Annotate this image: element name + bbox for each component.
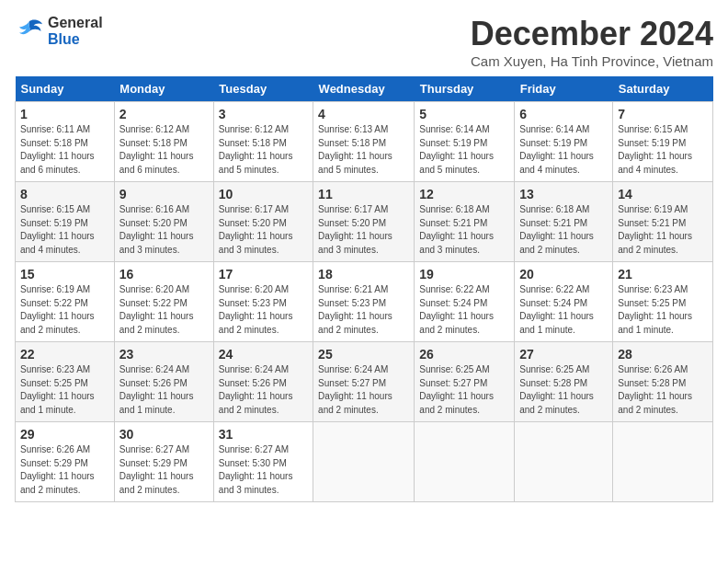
calendar-week-row: 22 Sunrise: 6:23 AMSunset: 5:25 PMDaylig… xyxy=(16,342,713,422)
calendar-cell: 7 Sunrise: 6:15 AMSunset: 5:19 PMDayligh… xyxy=(613,102,713,182)
calendar-week-row: 8 Sunrise: 6:15 AMSunset: 5:19 PMDayligh… xyxy=(16,182,713,262)
day-info: Sunrise: 6:12 AMSunset: 5:18 PMDaylight:… xyxy=(219,124,293,175)
day-info: Sunrise: 6:24 AMSunset: 5:27 PMDaylight:… xyxy=(318,364,392,415)
calendar-cell: 19 Sunrise: 6:22 AMSunset: 5:24 PMDaylig… xyxy=(415,262,515,342)
day-number: 16 xyxy=(119,267,209,282)
calendar-cell: 15 Sunrise: 6:19 AMSunset: 5:22 PMDaylig… xyxy=(16,262,115,342)
day-info: Sunrise: 6:26 AMSunset: 5:29 PMDaylight:… xyxy=(20,444,95,495)
day-info: Sunrise: 6:13 AMSunset: 5:18 PMDaylight:… xyxy=(318,124,392,175)
logo-text: General Blue xyxy=(48,15,103,48)
col-sunday: Sunday xyxy=(16,76,115,102)
calendar-week-row: 29 Sunrise: 6:26 AMSunset: 5:29 PMDaylig… xyxy=(16,422,713,502)
day-info: Sunrise: 6:15 AMSunset: 5:19 PMDaylight:… xyxy=(20,204,95,255)
calendar-cell: 29 Sunrise: 6:26 AMSunset: 5:29 PMDaylig… xyxy=(16,422,115,502)
day-info: Sunrise: 6:22 AMSunset: 5:24 PMDaylight:… xyxy=(419,284,494,335)
calendar-cell: 27 Sunrise: 6:25 AMSunset: 5:28 PMDaylig… xyxy=(515,342,613,422)
title-block: December 2024 Cam Xuyen, Ha Tinh Provinc… xyxy=(471,15,713,69)
day-number: 26 xyxy=(419,347,509,362)
day-number: 11 xyxy=(318,187,409,201)
day-number: 21 xyxy=(618,267,708,282)
day-info: Sunrise: 6:24 AMSunset: 5:26 PMDaylight:… xyxy=(219,364,293,415)
day-info: Sunrise: 6:11 AMSunset: 5:18 PMDaylight:… xyxy=(20,124,95,175)
calendar-cell: 1 Sunrise: 6:11 AMSunset: 5:18 PMDayligh… xyxy=(16,102,115,182)
col-tuesday: Tuesday xyxy=(213,76,313,102)
day-number: 5 xyxy=(419,107,509,121)
calendar-cell: 5 Sunrise: 6:14 AMSunset: 5:19 PMDayligh… xyxy=(415,102,515,182)
day-info: Sunrise: 6:14 AMSunset: 5:19 PMDaylight:… xyxy=(419,124,494,175)
logo-icon xyxy=(15,18,44,44)
page-header: General Blue December 2024 Cam Xuyen, Ha… xyxy=(15,15,713,69)
day-number: 23 xyxy=(119,347,209,362)
day-number: 22 xyxy=(20,347,109,362)
calendar-cell: 24 Sunrise: 6:24 AMSunset: 5:26 PMDaylig… xyxy=(213,342,313,422)
day-number: 25 xyxy=(318,347,409,362)
day-info: Sunrise: 6:14 AMSunset: 5:19 PMDaylight:… xyxy=(519,124,594,175)
day-number: 19 xyxy=(419,267,509,282)
logo: General Blue xyxy=(15,15,103,48)
col-thursday: Thursday xyxy=(415,76,515,102)
day-number: 27 xyxy=(519,347,608,362)
day-info: Sunrise: 6:19 AMSunset: 5:22 PMDaylight:… xyxy=(20,284,95,335)
day-info: Sunrise: 6:27 AMSunset: 5:29 PMDaylight:… xyxy=(119,444,194,495)
calendar-cell xyxy=(515,422,613,502)
day-number: 10 xyxy=(219,187,308,201)
calendar-cell: 9 Sunrise: 6:16 AMSunset: 5:20 PMDayligh… xyxy=(114,182,213,262)
calendar-cell: 22 Sunrise: 6:23 AMSunset: 5:25 PMDaylig… xyxy=(16,342,115,422)
day-info: Sunrise: 6:20 AMSunset: 5:22 PMDaylight:… xyxy=(119,284,194,335)
calendar-cell: 30 Sunrise: 6:27 AMSunset: 5:29 PMDaylig… xyxy=(114,422,213,502)
day-number: 29 xyxy=(20,427,109,442)
day-number: 7 xyxy=(618,107,708,121)
day-number: 4 xyxy=(318,107,409,121)
day-number: 6 xyxy=(519,107,608,121)
day-number: 31 xyxy=(219,427,308,442)
day-info: Sunrise: 6:17 AMSunset: 5:20 PMDaylight:… xyxy=(219,204,293,255)
calendar-cell: 3 Sunrise: 6:12 AMSunset: 5:18 PMDayligh… xyxy=(213,102,313,182)
calendar-cell xyxy=(415,422,515,502)
calendar-cell: 14 Sunrise: 6:19 AMSunset: 5:21 PMDaylig… xyxy=(613,182,713,262)
calendar-cell: 20 Sunrise: 6:22 AMSunset: 5:24 PMDaylig… xyxy=(515,262,613,342)
location-subtitle: Cam Xuyen, Ha Tinh Province, Vietnam xyxy=(471,53,713,69)
day-number: 28 xyxy=(618,347,708,362)
day-number: 8 xyxy=(20,187,109,201)
calendar-cell: 13 Sunrise: 6:18 AMSunset: 5:21 PMDaylig… xyxy=(515,182,613,262)
calendar-cell: 17 Sunrise: 6:20 AMSunset: 5:23 PMDaylig… xyxy=(213,262,313,342)
day-info: Sunrise: 6:22 AMSunset: 5:24 PMDaylight:… xyxy=(519,284,594,335)
day-number: 13 xyxy=(519,187,608,201)
day-info: Sunrise: 6:27 AMSunset: 5:30 PMDaylight:… xyxy=(219,444,293,495)
calendar-header-row: Sunday Monday Tuesday Wednesday Thursday… xyxy=(16,76,713,102)
day-info: Sunrise: 6:15 AMSunset: 5:19 PMDaylight:… xyxy=(618,124,692,175)
calendar-cell: 12 Sunrise: 6:18 AMSunset: 5:21 PMDaylig… xyxy=(415,182,515,262)
day-number: 2 xyxy=(119,107,209,121)
day-info: Sunrise: 6:25 AMSunset: 5:28 PMDaylight:… xyxy=(519,364,594,415)
day-number: 3 xyxy=(219,107,308,121)
col-saturday: Saturday xyxy=(613,76,713,102)
day-info: Sunrise: 6:25 AMSunset: 5:27 PMDaylight:… xyxy=(419,364,494,415)
day-number: 18 xyxy=(318,267,409,282)
calendar-cell: 11 Sunrise: 6:17 AMSunset: 5:20 PMDaylig… xyxy=(313,182,415,262)
calendar-cell: 2 Sunrise: 6:12 AMSunset: 5:18 PMDayligh… xyxy=(114,102,213,182)
day-info: Sunrise: 6:23 AMSunset: 5:25 PMDaylight:… xyxy=(618,284,692,335)
day-number: 14 xyxy=(618,187,708,201)
day-info: Sunrise: 6:19 AMSunset: 5:21 PMDaylight:… xyxy=(618,204,692,255)
month-title: December 2024 xyxy=(471,15,713,53)
calendar-cell: 8 Sunrise: 6:15 AMSunset: 5:19 PMDayligh… xyxy=(16,182,115,262)
day-number: 15 xyxy=(20,267,109,282)
calendar-cell: 28 Sunrise: 6:26 AMSunset: 5:28 PMDaylig… xyxy=(613,342,713,422)
calendar-cell: 26 Sunrise: 6:25 AMSunset: 5:27 PMDaylig… xyxy=(415,342,515,422)
calendar-cell: 4 Sunrise: 6:13 AMSunset: 5:18 PMDayligh… xyxy=(313,102,415,182)
calendar-table: Sunday Monday Tuesday Wednesday Thursday… xyxy=(15,76,713,502)
calendar-cell: 10 Sunrise: 6:17 AMSunset: 5:20 PMDaylig… xyxy=(213,182,313,262)
calendar-cell: 6 Sunrise: 6:14 AMSunset: 5:19 PMDayligh… xyxy=(515,102,613,182)
calendar-week-row: 1 Sunrise: 6:11 AMSunset: 5:18 PMDayligh… xyxy=(16,102,713,182)
col-monday: Monday xyxy=(114,76,213,102)
day-number: 12 xyxy=(419,187,509,201)
day-info: Sunrise: 6:16 AMSunset: 5:20 PMDaylight:… xyxy=(119,204,194,255)
day-info: Sunrise: 6:18 AMSunset: 5:21 PMDaylight:… xyxy=(519,204,594,255)
calendar-cell: 25 Sunrise: 6:24 AMSunset: 5:27 PMDaylig… xyxy=(313,342,415,422)
col-wednesday: Wednesday xyxy=(313,76,415,102)
calendar-cell: 21 Sunrise: 6:23 AMSunset: 5:25 PMDaylig… xyxy=(613,262,713,342)
day-number: 9 xyxy=(119,187,209,201)
calendar-cell xyxy=(313,422,415,502)
day-number: 30 xyxy=(119,427,209,442)
calendar-cell xyxy=(613,422,713,502)
